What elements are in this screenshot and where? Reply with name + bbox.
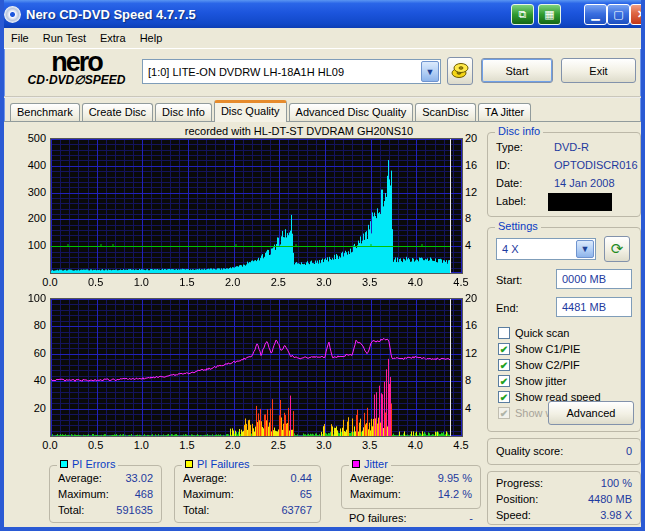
pi-failures-max-value: 65 bbox=[300, 488, 312, 500]
menu-help[interactable]: Help bbox=[133, 30, 170, 46]
close-button[interactable]: ✕ bbox=[630, 4, 645, 25]
y-right-tick: 4 bbox=[465, 239, 471, 251]
window-title: Nero CD-DVD Speed 4.7.7.5 bbox=[26, 7, 196, 22]
x-tick: 4.0 bbox=[398, 439, 432, 451]
menu-file[interactable]: File bbox=[4, 30, 36, 46]
tab-disc-info[interactable]: Disc Info bbox=[155, 103, 212, 122]
pi-errors-total-value: 591635 bbox=[116, 504, 153, 516]
nero-logo-text: nero bbox=[14, 50, 139, 74]
minimize-button[interactable]: ▁ bbox=[584, 4, 607, 25]
tab-create-disc[interactable]: Create Disc bbox=[82, 103, 153, 122]
checkbox-quick-scan[interactable]: Quick scan bbox=[498, 326, 569, 340]
menu-run-test[interactable]: Run Test bbox=[36, 30, 93, 46]
refresh-button[interactable]: ⟳ bbox=[604, 236, 630, 262]
pi-failures-total-value: 63767 bbox=[281, 504, 312, 516]
y-left-tick: 40 bbox=[16, 374, 46, 386]
x-tick: 0.5 bbox=[79, 276, 113, 288]
burn-speed-button[interactable] bbox=[447, 57, 473, 85]
tab-benchmark[interactable]: Benchmark bbox=[10, 103, 80, 122]
tab-strip: Benchmark Create Disc Disc Info Disc Qua… bbox=[10, 100, 533, 122]
x-tick: 1.0 bbox=[124, 276, 158, 288]
x-tick: 1.0 bbox=[124, 439, 158, 451]
x-tick: 2.5 bbox=[261, 439, 295, 451]
x-tick: 3.0 bbox=[307, 276, 341, 288]
drive-select[interactable]: [1:0] LITE-ON DVDRW LH-18A1H HL09 ▼ bbox=[142, 59, 441, 84]
copy-icon: ⧉ bbox=[519, 8, 527, 21]
save-icon: ▦ bbox=[544, 8, 554, 21]
disc-info-caption: Disc info bbox=[495, 125, 543, 137]
checkbox-label: Show C2/PIF bbox=[515, 359, 580, 371]
checkbox-show-jitter[interactable]: ✔Show jitter bbox=[498, 374, 566, 388]
minimize-icon: ▁ bbox=[591, 8, 599, 21]
pi-errors-avg-label: Average: bbox=[58, 472, 102, 484]
scan-speed-value: 4 X bbox=[497, 243, 576, 255]
pi-failures-total-label: Total: bbox=[183, 504, 209, 516]
disc-quality-page: recorded with HL-DT-ST DVDRAM GH20NS10 5… bbox=[4, 121, 641, 527]
progress-group: Progress:100 % Position:4480 MB Speed:3.… bbox=[487, 471, 641, 525]
disc-id-value: OPTODISCR016 bbox=[554, 159, 638, 171]
speed-label: Speed: bbox=[496, 509, 531, 521]
pi-errors-max-label: Maximum: bbox=[58, 488, 109, 500]
pi-errors-stats-group: PI Errors Average:33.02 Maximum:468 Tota… bbox=[49, 465, 162, 523]
tab-ta-jitter[interactable]: TA Jitter bbox=[478, 103, 532, 122]
y-left-tick: 300 bbox=[16, 186, 46, 198]
x-tick: 4.0 bbox=[398, 276, 432, 288]
progress-value: 100 % bbox=[601, 477, 632, 489]
checkbox-icon[interactable] bbox=[498, 327, 510, 339]
po-failures-row: PO failures: - bbox=[349, 512, 473, 524]
po-failures-value: - bbox=[469, 512, 473, 524]
x-tick: 1.5 bbox=[170, 439, 204, 451]
nero-logo: nero CD·DVD∅SPEED bbox=[14, 50, 139, 86]
x-tick: 0.5 bbox=[79, 439, 113, 451]
pi-errors-chart bbox=[50, 138, 463, 274]
checkbox-show-c2-pif[interactable]: ✔Show C2/PIF bbox=[498, 358, 580, 372]
menu-extra[interactable]: Extra bbox=[93, 30, 133, 46]
checkbox-label: Show C1/PIE bbox=[515, 343, 580, 355]
settings-caption: Settings bbox=[495, 220, 541, 232]
jitter-caption: Jitter bbox=[364, 458, 388, 470]
jitter-max-value: 14.2 % bbox=[438, 488, 472, 500]
save-button[interactable]: ▦ bbox=[538, 4, 561, 25]
quality-score-label: Quality score: bbox=[496, 445, 563, 457]
y-left-tick: 60 bbox=[16, 347, 46, 359]
jitter-avg-label: Average: bbox=[350, 472, 394, 484]
maximize-button[interactable]: ▢ bbox=[607, 4, 630, 25]
jitter-legend-swatch bbox=[352, 460, 360, 468]
x-tick: 2.0 bbox=[216, 276, 250, 288]
x-tick: 4.5 bbox=[444, 276, 478, 288]
tab-disc-quality[interactable]: Disc Quality bbox=[214, 100, 287, 122]
title-bar[interactable]: Nero CD-DVD Speed 4.7.7.5 ⧉ ▦ ▁ ▢ ✕ bbox=[0, 0, 645, 28]
y-right-tick: 4 bbox=[465, 402, 471, 414]
jitter-stats-group: Jitter Average:9.95 % Maximum:14.2 % bbox=[341, 465, 481, 509]
x-tick: 2.5 bbox=[261, 276, 295, 288]
checkbox-icon[interactable]: ✔ bbox=[498, 375, 510, 387]
y-right-tick: 16 bbox=[465, 159, 477, 171]
x-tick: 2.0 bbox=[216, 439, 250, 451]
disc-info-group: Disc info Type:DVD-R ID:OPTODISCR016 Dat… bbox=[487, 132, 641, 217]
disc-type-label: Type: bbox=[496, 141, 523, 153]
scan-speed-select[interactable]: 4 X ▼ bbox=[496, 238, 596, 260]
chevron-down-icon[interactable]: ▼ bbox=[576, 240, 594, 258]
end-field[interactable]: 4481 MB bbox=[556, 297, 632, 317]
checkbox-icon[interactable]: ✔ bbox=[498, 343, 510, 355]
chevron-down-icon[interactable]: ▼ bbox=[421, 61, 439, 82]
checkbox-icon[interactable]: ✔ bbox=[498, 391, 510, 403]
tab-advanced-disc-quality[interactable]: Advanced Disc Quality bbox=[289, 103, 414, 122]
checkbox-show-c1-pie[interactable]: ✔Show C1/PIE bbox=[498, 342, 580, 356]
exit-button[interactable]: Exit bbox=[561, 58, 636, 83]
y-left-tick: 500 bbox=[16, 132, 46, 144]
y-left-tick: 100 bbox=[16, 292, 46, 304]
checkbox-icon[interactable]: ✔ bbox=[498, 359, 510, 371]
menu-bar: File Run Test Extra Help bbox=[4, 28, 641, 49]
disc-label-label: Label: bbox=[496, 195, 526, 207]
start-field[interactable]: 0000 MB bbox=[556, 269, 632, 289]
copy-button[interactable]: ⧉ bbox=[511, 4, 534, 25]
start-button[interactable]: Start bbox=[481, 58, 553, 83]
exit-button-label: Exit bbox=[589, 65, 607, 77]
advanced-button-label: Advanced bbox=[567, 407, 616, 419]
progress-label: Progress: bbox=[496, 477, 543, 489]
tab-scandisc[interactable]: ScanDisc bbox=[415, 103, 475, 122]
checkbox-icon: ✔ bbox=[498, 407, 510, 419]
advanced-button[interactable]: Advanced bbox=[548, 401, 634, 425]
end-field-label: End: bbox=[496, 302, 519, 314]
